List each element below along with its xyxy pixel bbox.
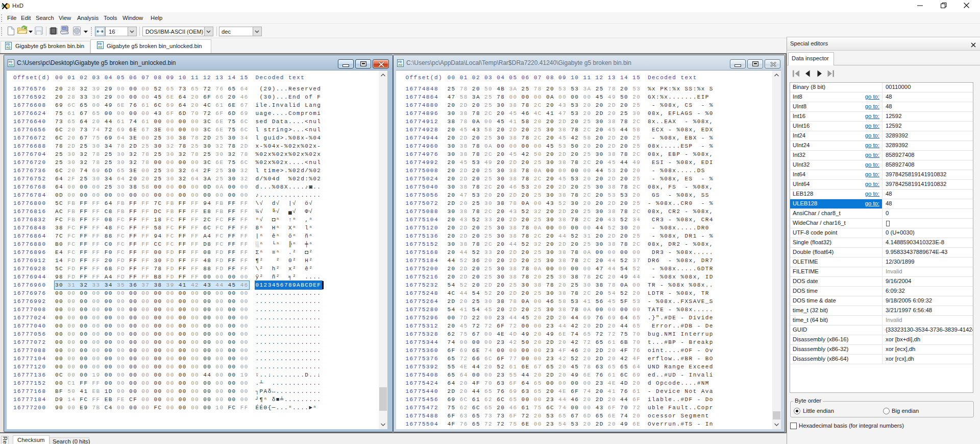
svg-text:AO: AO	[9, 63, 13, 66]
svg-text:AO: AO	[6, 46, 10, 49]
svg-text:AO: AO	[98, 45, 102, 49]
svg-text:AO: AO	[398, 63, 402, 66]
